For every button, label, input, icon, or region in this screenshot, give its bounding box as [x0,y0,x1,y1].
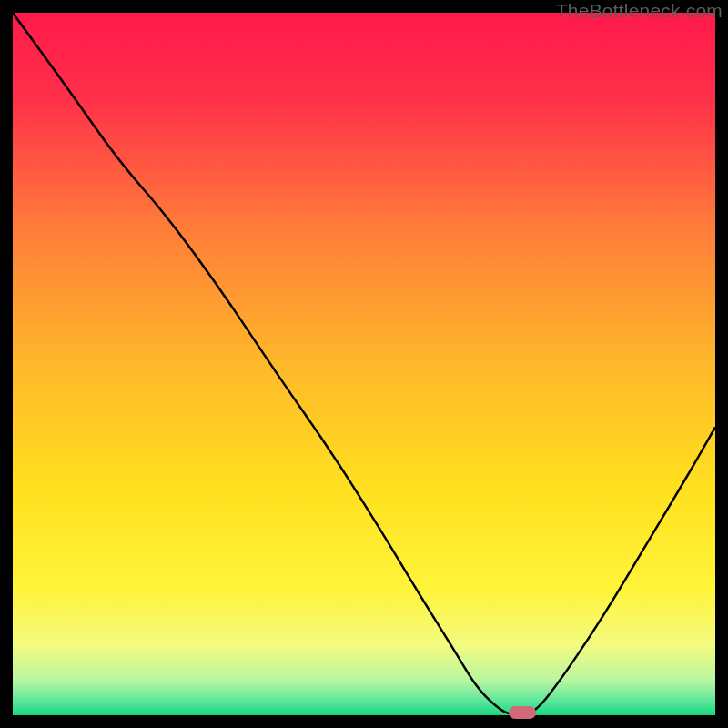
chart-container: TheBottleneck.com [0,0,728,728]
bottleneck-curve [13,13,715,715]
plot-area [13,13,715,715]
watermark-text: TheBottleneck.com [556,0,723,22]
minimum-marker [509,706,536,719]
